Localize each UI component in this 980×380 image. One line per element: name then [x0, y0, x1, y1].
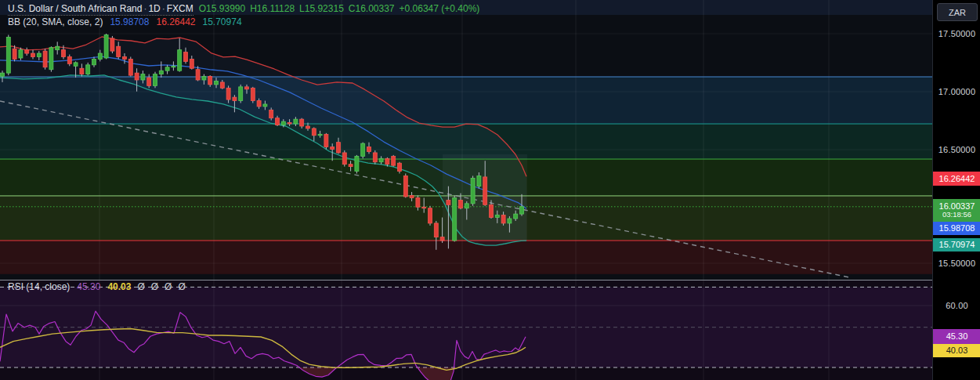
rsi-empty-value: Ø	[178, 281, 185, 292]
axis-badge-bb-lower-price: 15.70974	[933, 238, 980, 252]
change-value: +0.06347 (+0.40%)	[400, 3, 480, 14]
axis-badge-last-price: 16.0033703:18:56	[933, 199, 980, 222]
rsi-indicator-legend[interactable]: RSI (14, close)45.3040.03ØØØØ	[8, 281, 186, 292]
axis-tick: 16.50000	[933, 145, 980, 154]
separator: ·	[161, 3, 167, 14]
chart-canvas[interactable]	[0, 0, 932, 380]
price-axis[interactable]: 17.5000017.0000016.5000015.5000060.0016.…	[932, 0, 980, 380]
trading-chart-window: { "header": { "title": "U.S. Dollar / So…	[0, 0, 980, 380]
ohlc-low: L15.92315	[299, 3, 344, 14]
rsi-empty-value: Ø	[151, 281, 158, 292]
symbol-title[interactable]: U.S. Dollar / South African Rand	[8, 3, 142, 14]
rsi-value: 45.30	[77, 281, 100, 292]
interval-button[interactable]: 1D	[148, 3, 160, 14]
axis-tick: 60.00	[933, 301, 980, 310]
rsi-indicator-label[interactable]: RSI (14, close)	[8, 281, 70, 292]
pane-separator[interactable]	[0, 280, 980, 280]
rsi-empty-value: Ø	[137, 281, 144, 292]
axis-badge-bb-basis-price: 15.98708	[933, 222, 980, 235]
axis-badge-rsi-ma-value: 40.03	[933, 344, 980, 357]
axis-tick: 15.50000	[933, 259, 980, 268]
ohlc-open: O15.93990	[199, 3, 245, 14]
axis-badge-rsi-value: 45.30	[933, 329, 980, 344]
rsi-empty-value: Ø	[165, 281, 172, 292]
bb-upper-value: 16.26442	[156, 16, 195, 27]
bb-basis-value: 15.98708	[110, 16, 149, 27]
exchange-label[interactable]: FXCM	[167, 3, 193, 14]
bb-indicator-label[interactable]: BB (20, SMA, close, 2)	[8, 16, 103, 27]
currency-badge[interactable]: ZAR	[937, 3, 978, 21]
ohlc-high: H16.11128	[250, 3, 295, 14]
rsi-ma-value: 40.03	[107, 281, 131, 292]
axis-tick: 17.50000	[933, 29, 980, 38]
axis-badge-bb-upper-price: 16.26442	[933, 172, 980, 186]
symbol-legend[interactable]: U.S. Dollar / South African Rand·1D·FXCM…	[8, 3, 484, 14]
axis-tick: 17.00000	[933, 87, 980, 96]
ohlc-close: C16.00337	[349, 3, 395, 14]
bb-indicator-legend[interactable]: BB (20, SMA, close, 2)15.9870816.2644215…	[8, 16, 242, 27]
bb-lower-value: 15.70974	[203, 16, 242, 27]
